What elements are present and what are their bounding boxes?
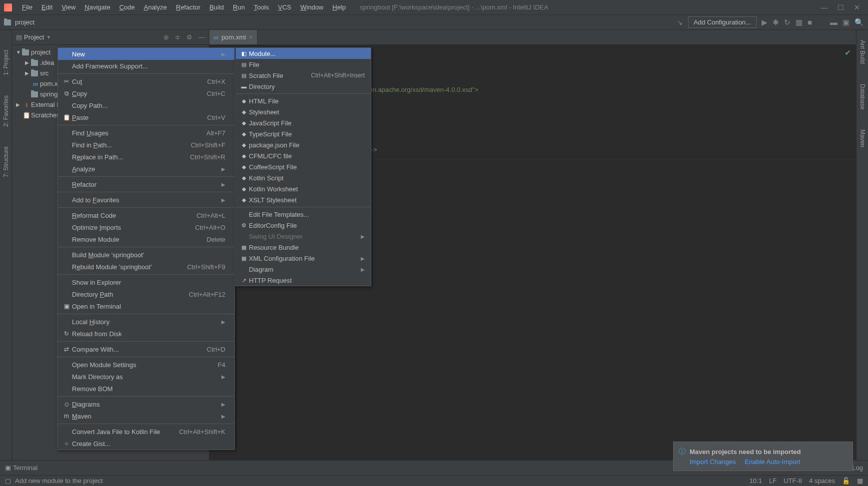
dropdown-icon[interactable]: ▼ bbox=[46, 34, 51, 40]
ctx-maven[interactable]: mMaven▶ bbox=[58, 410, 234, 422]
tool-button-database[interactable]: Database bbox=[859, 84, 866, 109]
ctx-find-in-path[interactable]: Find in Path...Ctrl+Shift+F bbox=[58, 139, 234, 151]
new-html-file[interactable]: ◆HTML File bbox=[236, 95, 371, 106]
new-cfml-cfc-file[interactable]: ◆CFML/CFC file bbox=[236, 150, 371, 161]
ctx-diagrams[interactable]: ◇Diagrams▶ bbox=[58, 398, 234, 410]
new-coffeescript-file[interactable]: ◆CoffeeScript File bbox=[236, 161, 371, 172]
panel-title[interactable]: Project bbox=[24, 33, 44, 41]
debug-icon[interactable]: ✱ bbox=[773, 18, 779, 27]
line-separator[interactable]: LF bbox=[769, 477, 777, 485]
add-configuration-button[interactable]: Add Configuration... bbox=[688, 16, 757, 28]
close-tab-icon[interactable]: × bbox=[249, 33, 253, 41]
ctx-analyze[interactable]: Analyze▶ bbox=[58, 163, 234, 175]
build-icon[interactable]: ↘ bbox=[677, 18, 683, 27]
ctx-add-framework-support[interactable]: Add Framework Support... bbox=[58, 60, 234, 72]
menubar-run[interactable]: Run bbox=[229, 1, 249, 13]
ctx-mark-directory-as[interactable]: Mark Directory as▶ bbox=[58, 371, 234, 383]
ctx-cut[interactable]: ✂CutCtrl+X bbox=[58, 75, 234, 87]
ctx-copy[interactable]: ⧉CopyCtrl+C bbox=[58, 87, 234, 99]
caret-position[interactable]: 10:1 bbox=[750, 477, 762, 485]
editor-tab-pom[interactable]: m pom.xml × bbox=[209, 30, 257, 44]
ctx-paste[interactable]: 📋PasteCtrl+V bbox=[58, 111, 234, 123]
ctx-create-gist[interactable]: ○Create Gist... bbox=[58, 438, 234, 450]
status-hint-icon[interactable]: ▢ bbox=[5, 477, 11, 485]
ctx-directory-path[interactable]: Directory PathCtrl+Alt+F12 bbox=[58, 288, 234, 300]
ctx-find-usages[interactable]: Find UsagesAlt+F7 bbox=[58, 127, 234, 139]
ctx-add-to-favorites[interactable]: Add to Favorites▶ bbox=[58, 194, 234, 206]
maximize-icon[interactable]: ☐ bbox=[838, 3, 844, 11]
collapse-icon[interactable]: ≑ bbox=[175, 33, 180, 41]
menubar-tools[interactable]: Tools bbox=[250, 1, 273, 13]
ctx-replace-in-path[interactable]: Replace in Path...Ctrl+Shift+R bbox=[58, 151, 234, 163]
terminal-tool-button[interactable]: ▣ Terminal bbox=[5, 464, 37, 472]
new-xslt-stylesheet[interactable]: ◆XSLT Stylesheet bbox=[236, 194, 371, 205]
project-structure-icon[interactable]: ▬ bbox=[830, 18, 838, 26]
settings-icon[interactable]: ▣ bbox=[843, 18, 850, 27]
coverage-icon[interactable]: ↻ bbox=[784, 18, 791, 27]
analysis-ok-icon[interactable]: ✔ bbox=[845, 47, 851, 59]
search-icon[interactable]: 🔍 bbox=[855, 18, 864, 27]
stop-icon[interactable]: ■ bbox=[808, 18, 812, 26]
ctx-open-module-settings[interactable]: Open Module SettingsF4 bbox=[58, 359, 234, 371]
new-resource-bundle[interactable]: ▦Resource Bundle bbox=[236, 242, 371, 253]
new-stylesheet[interactable]: ◆Stylesheet bbox=[236, 106, 371, 117]
lock-icon[interactable]: 🔓 bbox=[842, 477, 850, 485]
tool-button-antbuild[interactable]: Ant Build bbox=[859, 40, 866, 64]
new-editorconfig-file[interactable]: ⚙EditorConfig File bbox=[236, 220, 371, 231]
indent-indicator[interactable]: 4 spaces bbox=[809, 477, 835, 485]
minimize-icon[interactable]: — bbox=[821, 3, 828, 11]
menubar-file[interactable]: File bbox=[18, 1, 36, 13]
ctx-convert-java-file-to-kotlin-file[interactable]: Convert Java File to Kotlin FileCtrl+Alt… bbox=[58, 426, 234, 438]
new-directory[interactable]: ▬Directory bbox=[236, 81, 371, 92]
ctx-optimize-imports[interactable]: Optimize ImportsCtrl+Alt+O bbox=[58, 221, 234, 233]
menubar-view[interactable]: View bbox=[57, 1, 79, 13]
menubar-code[interactable]: Code bbox=[115, 1, 139, 13]
run-icon[interactable]: ▶ bbox=[762, 18, 768, 27]
new-typescript-file[interactable]: ◆TypeScript File bbox=[236, 128, 371, 139]
hide-icon[interactable]: — bbox=[198, 33, 205, 41]
enable-auto-import-link[interactable]: Enable Auto-Import bbox=[745, 458, 800, 466]
ctx-rebuild-module-springboot[interactable]: Rebuild Module 'springboot'Ctrl+Shift+F9 bbox=[58, 261, 234, 273]
tool-button-favorites[interactable]: 2: Favorites bbox=[2, 95, 9, 127]
ctx-build-module-springboot[interactable]: Build Module 'springboot' bbox=[58, 249, 234, 261]
ctx-show-in-explorer[interactable]: Show in Explorer bbox=[58, 276, 234, 288]
close-icon[interactable]: ✕ bbox=[854, 3, 860, 11]
profiler-icon[interactable]: ▦ bbox=[796, 18, 803, 27]
ctx-compare-with[interactable]: ⇄Compare With...Ctrl+D bbox=[58, 343, 234, 355]
menubar-refactor[interactable]: Refactor bbox=[172, 1, 204, 13]
new-scratch-file[interactable]: ▤Scratch FileCtrl+Alt+Shift+Insert bbox=[236, 70, 371, 81]
tool-button-project[interactable]: 1: Project bbox=[2, 50, 9, 75]
new-javascript-file[interactable]: ◆JavaScript File bbox=[236, 117, 371, 128]
new-kotlin-worksheet[interactable]: ◆Kotlin Worksheet bbox=[236, 183, 371, 194]
target-icon[interactable]: ⊕ bbox=[163, 33, 169, 41]
ctx-remove-bom[interactable]: Remove BOM bbox=[58, 383, 234, 395]
ctx-remove-module[interactable]: Remove ModuleDelete bbox=[58, 233, 234, 245]
menubar-build[interactable]: Build bbox=[205, 1, 228, 13]
ctx-reformat-code[interactable]: Reformat CodeCtrl+Alt+L bbox=[58, 209, 234, 221]
ctx-new[interactable]: New▶ bbox=[58, 48, 234, 60]
memory-icon[interactable]: ▦ bbox=[857, 477, 863, 485]
new-xml-configuration-file[interactable]: ▦XML Configuration File▶ bbox=[236, 253, 371, 264]
new-diagram[interactable]: Diagram▶ bbox=[236, 264, 371, 275]
new-package-json-file[interactable]: ◆package.json File bbox=[236, 139, 371, 150]
import-changes-link[interactable]: Import Changes bbox=[690, 458, 736, 466]
tool-button-maven[interactable]: Maven bbox=[859, 129, 866, 147]
gear-icon[interactable]: ⚙ bbox=[186, 33, 192, 41]
menubar-edit[interactable]: Edit bbox=[37, 1, 56, 13]
menubar-analyze[interactable]: Analyze bbox=[140, 1, 171, 13]
new-file[interactable]: ▤File bbox=[236, 59, 371, 70]
ctx-copy-path[interactable]: Copy Path... bbox=[58, 99, 234, 111]
new-http-request[interactable]: ↗HTTP Request bbox=[236, 275, 371, 286]
menubar-window[interactable]: Window bbox=[296, 1, 327, 13]
file-encoding[interactable]: UTF-8 bbox=[784, 477, 802, 485]
ctx-reload-from-disk[interactable]: ↻Reload from Disk bbox=[58, 328, 234, 340]
tool-button-structure[interactable]: 7: Structure bbox=[2, 146, 9, 177]
ctx-local-history[interactable]: Local History▶ bbox=[58, 316, 234, 328]
menubar-vcs[interactable]: VCS bbox=[274, 1, 295, 13]
new-module[interactable]: ◧Module... bbox=[236, 48, 371, 59]
menubar-help[interactable]: Help bbox=[328, 1, 350, 13]
breadcrumb[interactable]: project bbox=[4, 18, 34, 26]
menubar-navigate[interactable]: Navigate bbox=[80, 1, 114, 13]
ctx-open-in-terminal[interactable]: ▣Open in Terminal bbox=[58, 300, 234, 312]
new-kotlin-script[interactable]: ◆Kotlin Script bbox=[236, 172, 371, 183]
